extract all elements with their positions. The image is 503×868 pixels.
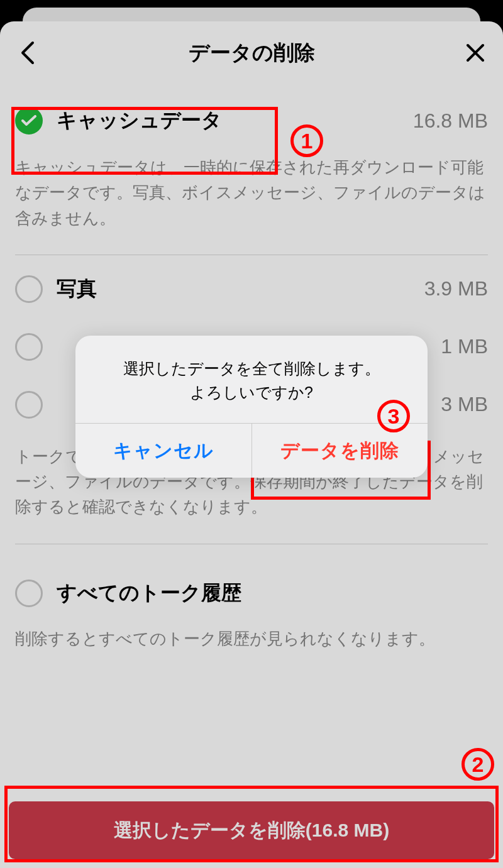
dialog-cancel-button[interactable]: キャンセル <box>75 424 252 478</box>
dialog-confirm-button[interactable]: データを削除 <box>252 424 428 478</box>
confirm-dialog: 選択したデータを全て削除します。 よろしいですか? キャンセル データを削除 <box>75 336 428 478</box>
cache-label: キャッシュデータ <box>57 107 222 135</box>
divider <box>15 255 488 255</box>
checkbox-unchecked[interactable] <box>15 391 43 419</box>
sheet-container: データの削除 キャッシュデータ 16.8 MB <box>0 21 503 868</box>
photo-size: 3.9 MB <box>424 277 488 300</box>
close-button[interactable] <box>463 40 488 65</box>
cache-size: 16.8 MB <box>413 109 488 133</box>
checkbox-unchecked[interactable] <box>15 275 43 303</box>
cache-description: キャッシュデータは、一時的に保存された再ダウンロード可能なデータです。写真、ボイ… <box>15 150 488 250</box>
page-title: データの削除 <box>189 39 315 67</box>
photo-label: 写真 <box>57 275 97 303</box>
checkbox-checked[interactable] <box>15 107 43 135</box>
back-button[interactable] <box>15 40 40 65</box>
close-icon <box>465 43 485 63</box>
talk-history-description: 削除するとすべてのトーク履歴が見られなくなります。 <box>15 622 488 665</box>
media-size-3: 3 MB <box>441 393 488 416</box>
header: データの削除 <box>0 21 503 84</box>
talk-history-row[interactable]: すべてのトーク履歴 <box>15 564 488 622</box>
cache-data-row[interactable]: キャッシュデータ 16.8 MB <box>15 92 488 150</box>
media-size-2: 1 MB <box>441 335 488 358</box>
talk-history-label: すべてのトーク履歴 <box>57 580 241 607</box>
checkbox-unchecked[interactable] <box>15 333 43 361</box>
delete-selected-button[interactable]: 選択したデータを削除(16.8 MB) <box>9 801 494 859</box>
delete-button-label: 選択したデータを削除(16.8 MB) <box>114 818 389 843</box>
chevron-left-icon <box>21 41 35 65</box>
checkbox-unchecked[interactable] <box>15 580 43 607</box>
check-icon <box>21 115 36 126</box>
photo-row[interactable]: 写真 3.9 MB <box>15 260 488 318</box>
dialog-message: 選択したデータを全て削除します。 よろしいですか? <box>75 336 428 423</box>
divider <box>15 544 488 544</box>
